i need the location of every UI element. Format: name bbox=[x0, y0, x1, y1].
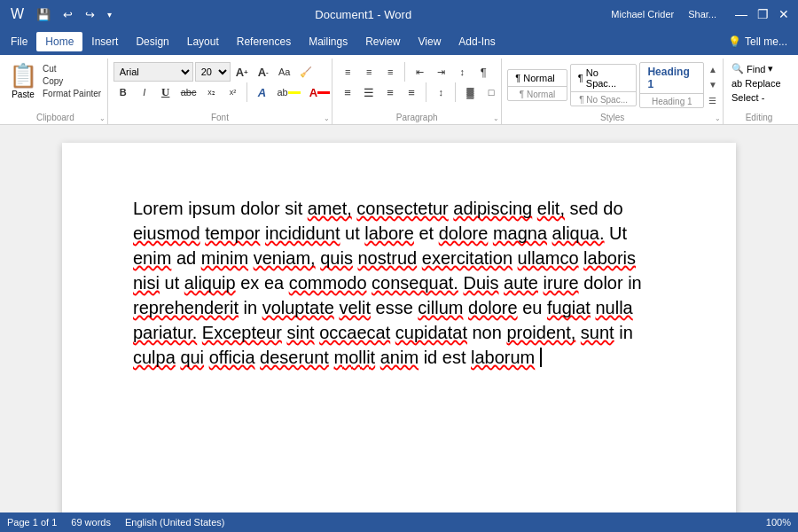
style-nospace-item[interactable]: ¶ No Spac... bbox=[571, 65, 637, 92]
find-button[interactable]: 🔍 Find ▾ bbox=[729, 62, 784, 75]
share-button[interactable]: Shar... bbox=[688, 9, 716, 20]
menu-addins[interactable]: Add-Ins bbox=[450, 32, 504, 51]
minimize-button[interactable]: — bbox=[734, 7, 748, 21]
squig-sunt: sunt bbox=[581, 323, 614, 342]
justify-button[interactable]: ≡ bbox=[402, 82, 421, 102]
menu-insert[interactable]: Insert bbox=[82, 32, 127, 51]
lightbulb-icon: 💡 bbox=[728, 35, 741, 48]
paste-label[interactable]: Paste bbox=[12, 90, 35, 99]
title-bar-right: Michael Crider Shar... — ❐ ✕ bbox=[611, 7, 791, 21]
format-painter-button[interactable]: Format Painter bbox=[39, 88, 105, 99]
menu-layout[interactable]: Layout bbox=[178, 32, 228, 51]
clear-formatting-button[interactable]: 🧹 bbox=[296, 62, 316, 82]
style-heading-item[interactable]: Heading 1 bbox=[640, 63, 703, 94]
bullets-button[interactable]: ≡ bbox=[338, 62, 357, 82]
font-size-select[interactable]: 20 bbox=[195, 62, 231, 82]
style-normal-item[interactable]: ¶ Normal bbox=[508, 70, 567, 87]
select-button[interactable]: Select - bbox=[729, 91, 784, 104]
styles-label: Styles bbox=[502, 113, 723, 122]
numbering-button[interactable]: ≡ bbox=[359, 62, 379, 82]
user-name[interactable]: Michael Crider bbox=[611, 9, 674, 20]
squig-sint: sint bbox=[286, 323, 314, 342]
document-page[interactable]: Lorem ipsum dolor sit amet, consectetur … bbox=[62, 143, 736, 512]
menu-file[interactable]: File bbox=[2, 32, 36, 51]
align-left-button[interactable]: ≡ bbox=[338, 82, 357, 102]
redo-button[interactable]: ↪ bbox=[82, 6, 98, 23]
close-button[interactable]: ✕ bbox=[777, 7, 791, 21]
italic-button[interactable]: I bbox=[135, 82, 154, 102]
restore-button[interactable]: ❐ bbox=[755, 7, 770, 21]
paragraph-expand-icon[interactable]: ⌄ bbox=[493, 114, 499, 122]
title-bar-left: W 💾 ↩ ↪ ▾ bbox=[7, 4, 115, 24]
center-button[interactable]: ☰ bbox=[359, 82, 379, 102]
borders-button[interactable]: □ bbox=[481, 82, 501, 102]
sort-button[interactable]: ↕ bbox=[452, 62, 472, 82]
squig-quis: quis bbox=[320, 248, 353, 268]
menu-mailings[interactable]: Mailings bbox=[300, 32, 356, 51]
superscript-button[interactable]: x² bbox=[223, 82, 242, 102]
show-marks-button[interactable]: ¶ bbox=[473, 62, 493, 82]
word-count[interactable]: 69 words bbox=[71, 517, 111, 528]
style-nospace-text: No Spac... bbox=[586, 67, 630, 89]
status-left: Page 1 of 1 69 words English (United Sta… bbox=[7, 517, 224, 528]
font-color-button[interactable]: A bbox=[306, 82, 333, 102]
change-case-button[interactable]: Aa bbox=[275, 62, 294, 82]
paste-button[interactable]: 📋 Paste bbox=[9, 62, 37, 99]
undo-button[interactable]: ↩ bbox=[59, 6, 76, 23]
page-count[interactable]: Page 1 of 1 bbox=[7, 517, 57, 528]
squig-consequat: consequat. bbox=[372, 273, 458, 293]
styles-group: ¶ Normal ¶ Normal ¶ No Spac... ¶ No Spac… bbox=[502, 59, 724, 124]
window-title: Document1 - Word bbox=[115, 8, 611, 21]
copy-button[interactable]: Copy bbox=[39, 75, 105, 87]
shading-button[interactable]: ▓ bbox=[460, 82, 480, 102]
squig-mollit: mollit bbox=[334, 348, 376, 367]
save-button[interactable]: 💾 bbox=[33, 6, 54, 23]
font-shrink-button[interactable]: A- bbox=[254, 62, 273, 82]
word-icon: W bbox=[7, 4, 27, 24]
styles-expand-icon[interactable]: ⌄ bbox=[715, 114, 721, 122]
menu-review[interactable]: Review bbox=[356, 32, 409, 51]
strikethrough-button[interactable]: abc bbox=[177, 82, 200, 102]
decrease-indent-button[interactable]: ⇤ bbox=[410, 62, 429, 82]
language[interactable]: English (United States) bbox=[125, 517, 225, 528]
cut-button[interactable]: Cut bbox=[39, 63, 105, 74]
subscript-button[interactable]: x₂ bbox=[201, 82, 221, 102]
menu-references[interactable]: References bbox=[228, 32, 300, 51]
squig-aute: aute bbox=[504, 273, 538, 293]
multilevel-button[interactable]: ≡ bbox=[380, 62, 400, 82]
squig-nisi: nisi bbox=[133, 273, 160, 293]
align-right-button[interactable]: ≡ bbox=[380, 82, 400, 102]
font-expand-icon[interactable]: ⌄ bbox=[324, 114, 330, 122]
squig-veniam: veniam, bbox=[254, 248, 316, 268]
bold-button[interactable]: B bbox=[113, 82, 133, 102]
document-text[interactable]: Lorem ipsum dolor sit amet, consectetur … bbox=[133, 196, 665, 370]
squig-voluptate: voluptate bbox=[262, 298, 334, 317]
highlight-button[interactable]: ab bbox=[273, 82, 303, 102]
style-nospace-label: ¶ No Spac... bbox=[571, 95, 637, 106]
font-grow-button[interactable]: A+ bbox=[232, 62, 252, 82]
style-nospace-paragraph: ¶ bbox=[578, 73, 583, 83]
font-family-select[interactable]: Arial bbox=[113, 62, 193, 82]
menu-design[interactable]: Design bbox=[127, 32, 177, 51]
styles-expand[interactable]: ☰ bbox=[708, 96, 717, 106]
squig-anim: anim bbox=[380, 348, 419, 367]
squig-elit: elit, bbox=[537, 199, 565, 218]
tell-me-text[interactable]: Tell me... bbox=[745, 35, 787, 48]
text-effects-button[interactable]: A bbox=[252, 82, 271, 102]
zoom-level[interactable]: 100% bbox=[766, 517, 791, 528]
clipboard-expand-icon[interactable]: ⌄ bbox=[99, 114, 106, 122]
customize-button[interactable]: ▾ bbox=[104, 8, 115, 21]
underline-button[interactable]: U bbox=[156, 82, 176, 102]
menu-view[interactable]: View bbox=[410, 32, 450, 51]
styles-scroll-down[interactable]: ▼ bbox=[708, 80, 717, 90]
select-label: Select - bbox=[732, 92, 764, 103]
document-area[interactable]: Lorem ipsum dolor sit amet, consectetur … bbox=[0, 125, 798, 512]
line-spacing-button[interactable]: ↕ bbox=[431, 82, 450, 102]
squig-labore: labore bbox=[364, 223, 414, 243]
menu-home[interactable]: Home bbox=[36, 32, 82, 51]
paragraph-label: Paragraph bbox=[332, 113, 501, 122]
styles-scroll-up[interactable]: ▲ bbox=[708, 65, 717, 74]
tell-me[interactable]: 💡 Tell me... bbox=[719, 32, 796, 51]
increase-indent-button[interactable]: ⇥ bbox=[431, 62, 450, 82]
replace-button[interactable]: ab Replace bbox=[729, 77, 784, 90]
